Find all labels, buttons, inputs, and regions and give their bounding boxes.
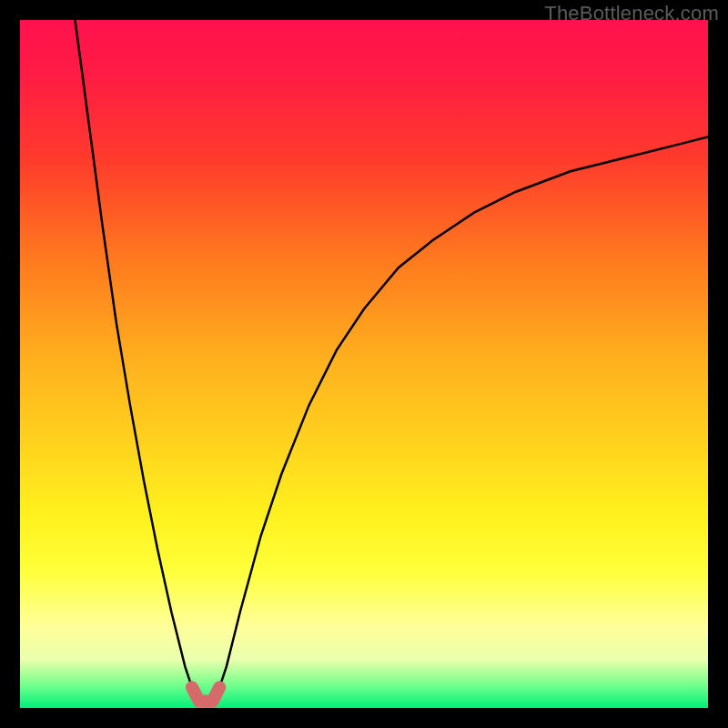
watermark-text: TheBottleneck.com xyxy=(544,2,719,25)
background-gradient xyxy=(20,20,708,708)
svg-rect-0 xyxy=(20,20,708,708)
plot-area xyxy=(20,20,708,708)
chart-frame: TheBottleneck.com xyxy=(0,0,728,728)
